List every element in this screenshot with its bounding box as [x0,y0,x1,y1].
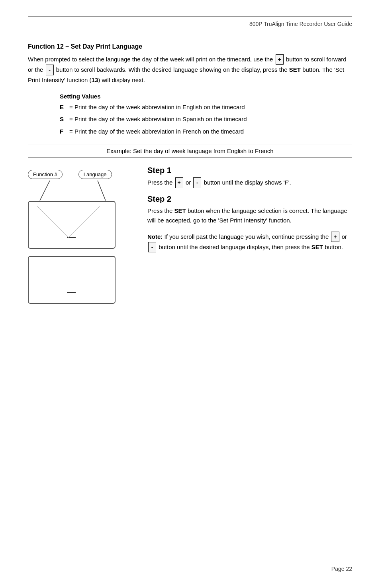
svg-line-3 [69,206,100,238]
step-2-title: Step 2 [147,195,352,204]
note-plus: + [331,232,339,242]
set-bold-1: SET [289,66,301,73]
func-num: 13 [92,77,98,83]
connector-svg [28,180,123,202]
svg-line-1 [98,181,106,201]
step-1-text: Press the + or - button until the displa… [147,177,352,188]
device-box-bottom: — [28,256,116,304]
header-title: 800P TruAlign Time Recorder User Guide [249,21,352,27]
step1-plus: + [175,177,183,188]
note-after: button until the desired language displa… [159,244,309,250]
svg-line-0 [40,181,50,201]
device-minus-bottom: — [67,287,76,297]
step1-or: or [186,179,193,186]
plus-button-badge: + [276,54,284,65]
step-2-text: Press the SET button when the language s… [147,206,352,225]
body-text-5: ) will display next. [98,77,145,83]
diagonal-lines-top [29,202,115,248]
settings-title: Setting Values [60,93,352,100]
eq-s: = Print the day of the week abbreviation… [69,115,247,124]
body-paragraph-1: When prompted to select the language the… [28,54,352,85]
device-bottom: — [28,256,123,304]
eq-e: = Print the day of the week abbreviation… [69,103,245,112]
label-function: Function # [28,170,63,179]
settings-item-s: S = Print the day of the week abbreviati… [60,115,352,124]
step1-after: button until the display shows 'F'. [204,179,291,186]
diagram-left: Function # Language [28,166,139,304]
step-1-title: Step 1 [147,166,352,175]
settings-block: Setting Values E = Print the day of the … [60,93,352,136]
diagram-area: Function # Language [28,166,352,304]
eq-f: = Print the day of the week abbreviation… [69,127,244,136]
device-box-top: — [28,201,116,249]
device-top: — [28,201,123,249]
step1-minus: - [193,177,201,188]
section-title: Function 12 – Set Day Print Language [28,43,352,50]
page: 800P TruAlign Time Recorder User Guide F… [0,0,380,588]
label-language: Language [78,170,112,179]
example-box: Example: Set the day of week language fr… [28,144,352,158]
minus-button-badge: - [46,65,54,75]
note-label: Note: [147,233,163,240]
key-e: E [60,103,68,112]
step2-set: SET [174,207,186,214]
settings-item-f: F = Print the day of the week abbreviati… [60,127,352,136]
note-end: button. [325,244,343,250]
note-before: If you scroll past the language you wish… [165,233,331,240]
note-text: Note: If you scroll past the language yo… [147,232,352,253]
step1-before: Press the [147,179,172,186]
key-s: S [60,115,68,124]
body-text-1: When prompted to select the language the… [28,56,273,63]
page-header: 800P TruAlign Time Recorder User Guide [28,16,352,27]
svg-line-2 [37,206,69,238]
note-minus: - [148,242,156,252]
note-or: or [342,233,347,240]
settings-item-e: E = Print the day of the week abbreviati… [60,103,352,112]
diagram-right: Step 1 Press the + or - button until the… [139,166,352,304]
key-f: F [60,127,68,136]
note-set: SET [311,244,323,250]
page-number: Page 22 [331,566,352,572]
body-text-3: button to scroll backwards. With the des… [56,66,288,73]
